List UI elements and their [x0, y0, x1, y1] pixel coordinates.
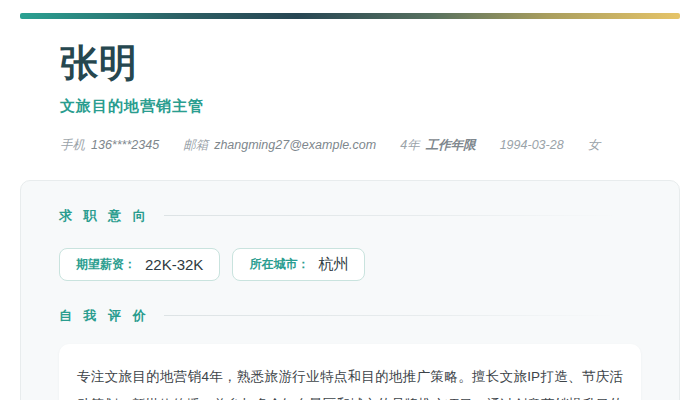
- phone-label: 手机: [60, 137, 85, 154]
- resume-header: 张明 文旅目的地营销主管 手机 136****2345 邮箱 zhangming…: [20, 44, 680, 154]
- current-city-label: 所在城市：: [249, 256, 309, 273]
- contact-email: 邮箱 zhangming27@example.com: [183, 137, 376, 154]
- email-value: zhangming27@example.com: [214, 138, 376, 152]
- current-city-pill: 所在城市： 杭州: [232, 248, 365, 281]
- experience-value: 4年: [400, 137, 419, 154]
- resume-body-card: 求 职 意 向 期望薪资： 22K-32K 所在城市： 杭州 自 我 评 价 专…: [20, 180, 680, 400]
- contact-gender: 女: [588, 137, 601, 154]
- gender-value: 女: [588, 137, 601, 154]
- section-divider-line: [164, 315, 641, 316]
- expected-salary-label: 期望薪资：: [76, 256, 136, 273]
- section-divider-line: [164, 215, 641, 216]
- candidate-job-title: 文旅目的地营销主管: [60, 97, 640, 116]
- contact-info-row: 手机 136****2345 邮箱 zhangming27@example.co…: [60, 137, 640, 154]
- candidate-name: 张明: [60, 44, 640, 84]
- job-intent-heading: 求 职 意 向: [59, 207, 150, 225]
- resume-page: 张明 文旅目的地营销主管 手机 136****2345 邮箱 zhangming…: [20, 13, 680, 400]
- self-evaluation-text: 专注文旅目的地营销4年，熟悉旅游行业特点和目的地推广策略。擅长文旅IP打造、节庆…: [77, 363, 623, 400]
- contact-experience: 4年 工作年限: [400, 137, 475, 154]
- email-label: 邮箱: [183, 137, 208, 154]
- gradient-accent-bar: [20, 13, 680, 19]
- section-header-self-evaluation: 自 我 评 价: [59, 307, 641, 325]
- contact-birth-date: 1994-03-28: [500, 138, 564, 152]
- contact-phone: 手机 136****2345: [60, 137, 159, 154]
- birth-date-value: 1994-03-28: [500, 138, 564, 152]
- expected-salary-value: 22K-32K: [145, 256, 203, 273]
- phone-value: 136****2345: [91, 138, 159, 152]
- self-evaluation-heading: 自 我 评 价: [59, 307, 150, 325]
- self-evaluation-card: 专注文旅目的地营销4年，熟悉旅游行业特点和目的地推广策略。擅长文旅IP打造、节庆…: [59, 344, 641, 400]
- expected-salary-pill: 期望薪资： 22K-32K: [59, 248, 220, 281]
- section-header-job-intent: 求 职 意 向: [59, 207, 641, 225]
- job-intent-pill-row: 期望薪资： 22K-32K 所在城市： 杭州: [59, 248, 641, 281]
- experience-label: 工作年限: [426, 137, 476, 154]
- current-city-value: 杭州: [318, 255, 348, 274]
